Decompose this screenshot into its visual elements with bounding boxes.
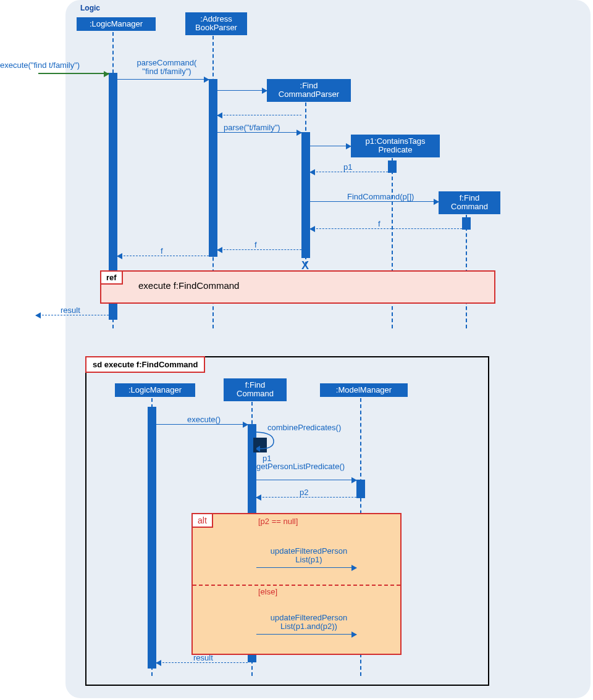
sd-msg-update1: updateFilteredPerson List(p1) — [256, 567, 356, 568]
sd-msg-execute: execute() — [156, 424, 248, 425]
sd-return-result: result — [156, 662, 248, 663]
activation — [356, 480, 365, 498]
alt-divider — [193, 585, 400, 586]
sd-return-p2: p2 — [256, 497, 356, 498]
activation — [462, 217, 471, 230]
activation — [301, 132, 310, 258]
msg-find-command-new: FindCommand(p[]) — [310, 201, 439, 202]
msg-parse-command: parseCommand( "find t/family") — [117, 79, 209, 80]
return-f-3: f — [117, 256, 209, 256]
msg-create-predicate — [310, 146, 351, 146]
sd-tag: sd execute f:FindCommand — [85, 356, 205, 373]
page: Logic :LogicManager :Address BookParser … — [0, 0, 593, 700]
activation — [148, 407, 156, 669]
sd-msg-get-predicate: getPersonListPredicate() — [256, 480, 356, 480]
return-p1: p1 — [310, 172, 388, 172]
msg-execute: execute("find t/family") — [0, 60, 80, 70]
return-f-1: f — [310, 228, 462, 229]
return-f-2: f — [217, 249, 301, 250]
ref-title: execute f:FindCommand — [138, 280, 239, 291]
lifeline-find-command-parser: :Find CommandParser — [267, 79, 351, 102]
lifeline-logic-manager: :LogicManager — [77, 17, 156, 31]
sd-frame: sd execute f:FindCommand :LogicManager f… — [85, 356, 489, 686]
lifeline-contains-tags-predicate: p1:ContainsTags Predicate — [351, 135, 440, 157]
alt-guard-1: [p2 == null] — [258, 517, 298, 526]
sd-msg-combine-predicates: combinePredicates() — [256, 429, 281, 456]
activation — [388, 160, 397, 173]
return-parser — [217, 115, 301, 115]
ref-tag: ref — [100, 270, 123, 285]
lifeline-address-book-parser: :Address BookParser — [185, 12, 247, 35]
package-label: Logic — [80, 4, 100, 12]
alt-tag: alt — [191, 513, 213, 528]
sd-lifeline-model-manager: :ModelManager — [320, 383, 408, 397]
msg-parse: parse("t/family") — [217, 132, 301, 133]
activation — [209, 79, 217, 257]
external-call-arrow — [38, 73, 109, 74]
lifeline-find-command: f:Find Command — [439, 191, 500, 214]
sd-msg-update2: updateFilteredPerson List(p1.and(p2)) — [256, 634, 356, 635]
sd-lifeline-find-command: f:Find Command — [224, 378, 287, 401]
svg-marker-0 — [256, 446, 260, 452]
msg-create-parser — [217, 90, 267, 91]
ref-fragment: ref execute f:FindCommand — [100, 270, 495, 304]
sd-lifeline-logic-manager: :LogicManager — [115, 383, 195, 397]
return-result: result — [36, 315, 109, 315]
alt-guard-2: [else] — [258, 587, 277, 596]
